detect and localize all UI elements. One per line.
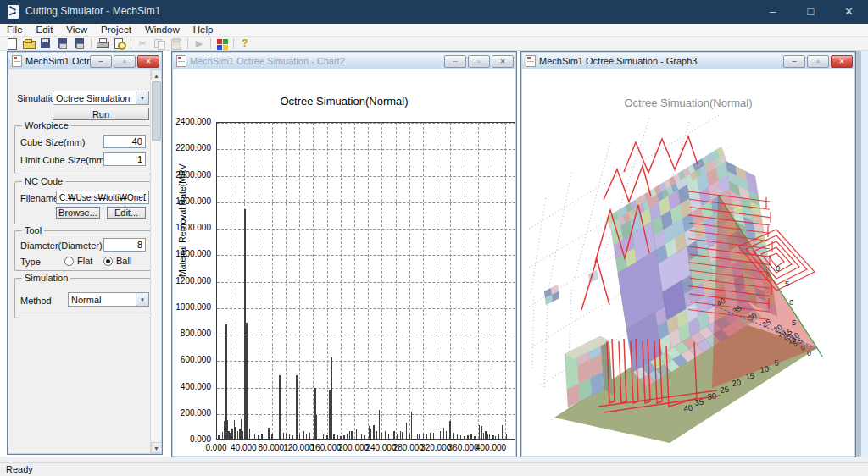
bar bbox=[393, 431, 394, 439]
toolbar: ✂▶? bbox=[0, 37, 868, 51]
bar bbox=[379, 410, 380, 439]
y-tick-label: 1800.000 bbox=[175, 196, 211, 206]
menu-view[interactable]: View bbox=[59, 24, 94, 36]
copy-icon[interactable] bbox=[152, 37, 167, 50]
save-report-icon[interactable] bbox=[55, 37, 70, 50]
bar bbox=[460, 435, 461, 439]
scroll-up-icon[interactable] bbox=[151, 69, 161, 80]
gridline bbox=[450, 123, 451, 439]
x-tick-label: 240.000 bbox=[365, 443, 396, 452]
type-flat-radio[interactable]: Flat bbox=[64, 256, 92, 266]
gridline bbox=[341, 123, 342, 439]
chart-window-caption[interactable]: MechSim1 Octree Simuation - Chart2 bbox=[173, 53, 515, 69]
workspace-edge-light bbox=[861, 51, 868, 462]
status-text: Ready bbox=[6, 464, 33, 474]
cube-size-input[interactable] bbox=[103, 135, 146, 148]
minimize-button[interactable]: – bbox=[754, 0, 792, 24]
menu-help[interactable]: Help bbox=[186, 24, 220, 36]
bar bbox=[433, 433, 434, 439]
chart-restore-button[interactable] bbox=[468, 55, 490, 68]
chevron-down-icon[interactable] bbox=[136, 293, 148, 306]
chevron-down-icon[interactable] bbox=[136, 91, 148, 104]
bar bbox=[249, 429, 250, 440]
gridline bbox=[217, 229, 515, 230]
type-label: Type bbox=[20, 257, 41, 267]
bar bbox=[437, 431, 437, 439]
run-button[interactable]: Run bbox=[53, 108, 149, 120]
filename-label: Filename bbox=[20, 193, 58, 203]
y-tick-label: 1600.000 bbox=[175, 223, 211, 232]
graph-minimize-button[interactable] bbox=[783, 55, 805, 68]
scroll-down-icon[interactable] bbox=[151, 442, 161, 453]
diameter-input[interactable] bbox=[103, 238, 146, 252]
menu-project[interactable]: Project bbox=[94, 24, 138, 36]
chart-close-button[interactable] bbox=[492, 55, 514, 68]
new-icon[interactable] bbox=[4, 37, 19, 50]
bar bbox=[400, 431, 401, 439]
bar bbox=[481, 426, 481, 439]
play-icon[interactable]: ▶ bbox=[192, 37, 207, 50]
panel-close-button[interactable] bbox=[137, 55, 159, 68]
scrollbar-thumb[interactable] bbox=[152, 81, 161, 141]
print-preview-icon[interactable] bbox=[112, 37, 127, 50]
toolbar-separator bbox=[91, 38, 92, 49]
limit-cube-size-input[interactable] bbox=[103, 152, 146, 166]
menu-window[interactable]: Window bbox=[138, 24, 186, 36]
gridline bbox=[437, 123, 437, 439]
toolbar-separator bbox=[210, 38, 211, 49]
print-icon[interactable] bbox=[95, 37, 110, 50]
paste-icon[interactable] bbox=[169, 37, 184, 50]
y-tick-label: 800.000 bbox=[181, 329, 211, 338]
menu-file[interactable]: File bbox=[0, 24, 30, 36]
panel-restore-button[interactable] bbox=[114, 55, 136, 68]
bar bbox=[509, 436, 509, 439]
gridline bbox=[217, 335, 515, 335]
browse-button[interactable]: Browse... bbox=[56, 207, 100, 219]
gridline bbox=[217, 255, 515, 256]
panel-window-caption[interactable]: MechSim1 Octree Sim... bbox=[8, 53, 161, 69]
colors-icon[interactable] bbox=[214, 37, 230, 50]
bar bbox=[411, 412, 412, 439]
graph-restore-button[interactable] bbox=[807, 55, 829, 68]
open-icon[interactable] bbox=[21, 37, 36, 50]
simulation-combobox[interactable]: Octree Simulation bbox=[53, 91, 149, 105]
type-ball-radio[interactable]: Ball bbox=[103, 256, 131, 266]
save-grid-icon[interactable] bbox=[72, 37, 87, 50]
bar bbox=[264, 434, 264, 439]
chart-minimize-button[interactable] bbox=[444, 55, 466, 68]
bar bbox=[261, 434, 262, 439]
bar bbox=[286, 434, 287, 439]
menu-edit[interactable]: Edit bbox=[30, 24, 60, 36]
main-titlebar[interactable]: Cutting Simulator - MechSim1 – □ ✕ bbox=[0, 0, 868, 24]
limit-cube-size-label: Limit Cube Size(mm) bbox=[20, 155, 108, 165]
bar bbox=[237, 431, 238, 439]
save-icon[interactable] bbox=[38, 37, 53, 50]
bar bbox=[388, 434, 389, 439]
cut-icon[interactable]: ✂ bbox=[135, 37, 150, 50]
bar bbox=[303, 431, 304, 439]
bar bbox=[502, 425, 503, 439]
bar bbox=[242, 431, 242, 439]
graph-window: MechSim1 Octree Simuation - Graph3 Octre… bbox=[520, 51, 856, 457]
panel-minimize-button[interactable] bbox=[90, 55, 112, 68]
toolbar-separator bbox=[131, 38, 131, 49]
bar bbox=[373, 425, 374, 439]
application-window: Cutting Simulator - MechSim1 – □ ✕ FileE… bbox=[0, 0, 868, 476]
panel-scrollbar[interactable] bbox=[150, 69, 161, 453]
maximize-button[interactable]: □ bbox=[792, 0, 830, 24]
filename-input[interactable] bbox=[56, 191, 149, 204]
gridline bbox=[217, 149, 515, 150]
bar bbox=[415, 434, 415, 439]
bar bbox=[347, 434, 348, 439]
bar bbox=[467, 435, 468, 439]
edit-button[interactable]: Edit... bbox=[107, 207, 146, 219]
method-combobox[interactable]: Normal bbox=[68, 292, 149, 307]
bar bbox=[281, 417, 281, 439]
help-icon[interactable]: ? bbox=[237, 37, 253, 50]
bar bbox=[349, 431, 350, 439]
gridline bbox=[217, 361, 515, 362]
graph-window-caption[interactable]: MechSim1 Octree Simuation - Graph3 bbox=[522, 53, 854, 69]
gridline bbox=[409, 123, 410, 439]
graph-close-button[interactable] bbox=[831, 55, 853, 68]
close-button[interactable]: ✕ bbox=[830, 0, 868, 24]
